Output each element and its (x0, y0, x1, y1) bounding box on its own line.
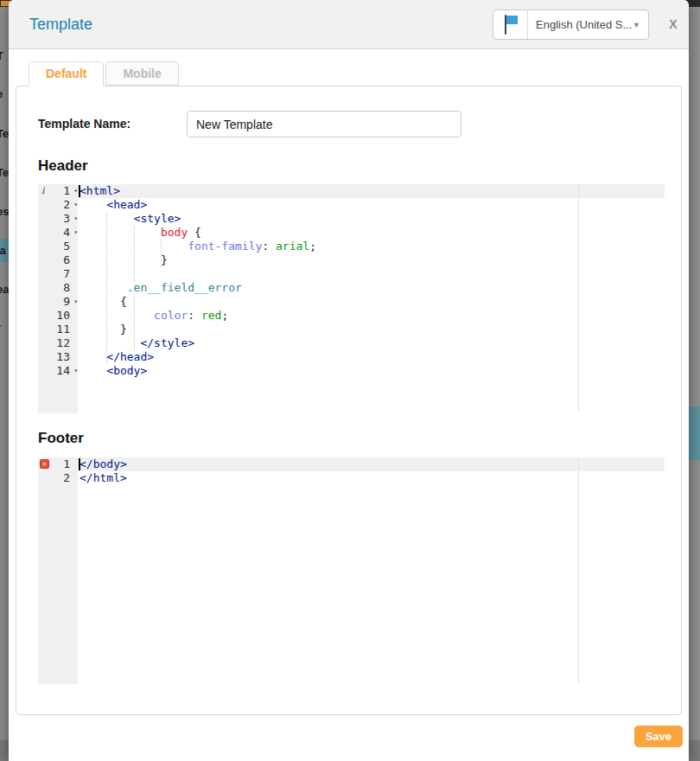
code-line[interactable]: font-family: arial; (78, 240, 665, 253)
tab-bar: Default Mobile (29, 61, 181, 86)
line-number: 1 (63, 184, 70, 198)
code-token: <body> (106, 364, 147, 377)
code-token (80, 336, 140, 349)
code-line[interactable]: <html> (78, 184, 665, 198)
code-token (80, 281, 127, 294)
info-marker-icon: i (41, 184, 45, 198)
line-number: 3 (63, 212, 70, 226)
background-text-fragment: r (0, 321, 1, 334)
code-token: red (201, 309, 221, 322)
code-line[interactable] (78, 267, 665, 281)
editor-code-area[interactable]: </body></html> (78, 457, 665, 684)
code-token (80, 309, 154, 322)
gutter-cell: 2 (38, 471, 78, 485)
editor-gutter: ✕12 (38, 457, 78, 684)
line-number: 14 (56, 364, 70, 378)
close-button[interactable]: X (665, 17, 681, 31)
gutter-cell: 6 (38, 253, 78, 267)
code-token (80, 198, 106, 211)
code-line[interactable]: { (78, 295, 665, 309)
tab-mobile[interactable]: Mobile (105, 61, 178, 86)
line-number: 4 (63, 226, 70, 240)
background-text-fragment: es (0, 205, 9, 218)
line-number: 6 (63, 253, 70, 267)
fold-arrow-icon: ▾ (70, 184, 78, 198)
code-line[interactable]: } (78, 253, 665, 267)
save-button[interactable]: Save (634, 726, 683, 747)
footer-code-editor[interactable]: ✕12</body></html> (38, 457, 665, 684)
background-bottom-band (0, 740, 9, 761)
modal-header: Template English (United S... ▼ X (9, 0, 689, 49)
code-line[interactable]: <head> (78, 198, 665, 212)
line-number: 10 (56, 309, 70, 323)
gutter-cell: 11 (38, 323, 78, 336)
gutter-cell: 8 (38, 281, 78, 295)
code-token (80, 364, 106, 377)
language-selected-value: English (United S... (528, 18, 633, 31)
code-token: <style> (134, 212, 181, 225)
line-number: 7 (63, 267, 70, 281)
line-number: 1 (63, 457, 70, 471)
gutter-cell: 5 (38, 240, 78, 253)
code-token: body (161, 226, 188, 239)
code-token (80, 226, 161, 239)
code-line[interactable]: .en__field__error (78, 281, 665, 295)
line-number: 5 (63, 240, 70, 253)
template-modal: Template English (United S... ▼ X Defaul… (9, 0, 689, 761)
code-token: .en__field__error (127, 281, 242, 294)
code-line[interactable]: </body> (78, 457, 665, 471)
template-name-input[interactable] (187, 111, 461, 137)
editor-code-area[interactable]: <html> <head> <style> body { font-family… (78, 184, 665, 413)
line-number: 12 (56, 336, 70, 350)
gutter-cell: 12 (38, 336, 78, 350)
line-number: 2 (63, 471, 70, 485)
line-number: 13 (56, 350, 70, 364)
line-number: 9 (63, 295, 70, 309)
code-token: } (80, 323, 127, 336)
gutter-cell: 10 (38, 309, 78, 323)
code-token: <html> (80, 184, 120, 197)
background-text-fragment: la (0, 244, 6, 257)
code-line[interactable]: </style> (78, 336, 665, 350)
indent-guide (161, 240, 162, 267)
gutter-cell: 13 (38, 350, 78, 364)
code-token: { (80, 295, 127, 308)
background-text-fragment: ea (0, 283, 9, 296)
header-code-editor[interactable]: i1▾2▾3▾4▾56789▾1011121314▾<html> <head> … (38, 184, 665, 413)
background-text-fragment: Te (0, 166, 9, 179)
footer-section-heading: Footer (38, 430, 84, 447)
code-line[interactable]: </html> (78, 471, 665, 485)
fold-arrow-icon: ▾ (70, 226, 78, 240)
code-line[interactable]: body { (78, 226, 665, 240)
indent-guide (106, 212, 107, 364)
code-token: : (188, 309, 201, 322)
code-token: <head> (106, 198, 147, 211)
code-line[interactable]: </head> (78, 350, 665, 364)
line-number: 11 (56, 323, 70, 336)
indent-guide (134, 226, 135, 350)
language-dropdown[interactable]: English (United S... ▼ (493, 10, 649, 40)
code-token: ; (221, 309, 228, 322)
text-cursor (79, 458, 80, 470)
code-line[interactable]: } (78, 323, 665, 336)
code-line[interactable]: color: red; (78, 309, 665, 323)
text-cursor (79, 185, 80, 197)
code-token: arial (276, 240, 309, 253)
gutter-cell: 14▾ (38, 364, 78, 378)
fold-arrow-icon: ▾ (70, 198, 78, 212)
code-line[interactable]: <body> (78, 364, 665, 378)
gutter-cell: ✕1 (38, 457, 78, 471)
code-token: : (262, 240, 276, 253)
code-token: font-family (188, 240, 262, 253)
code-token: </body> (80, 457, 127, 470)
tab-default[interactable]: Default (29, 61, 104, 86)
code-line[interactable]: <style> (78, 212, 665, 226)
header-section-heading: Header (38, 157, 88, 175)
gutter-cell: 3▾ (38, 212, 78, 226)
background-bottom-band (689, 740, 700, 761)
background-selected-row (689, 406, 700, 460)
chevron-down-icon: ▼ (633, 21, 640, 29)
code-token: color (154, 309, 188, 322)
background-text-fragment: e (0, 87, 3, 100)
code-token: { (188, 226, 201, 239)
